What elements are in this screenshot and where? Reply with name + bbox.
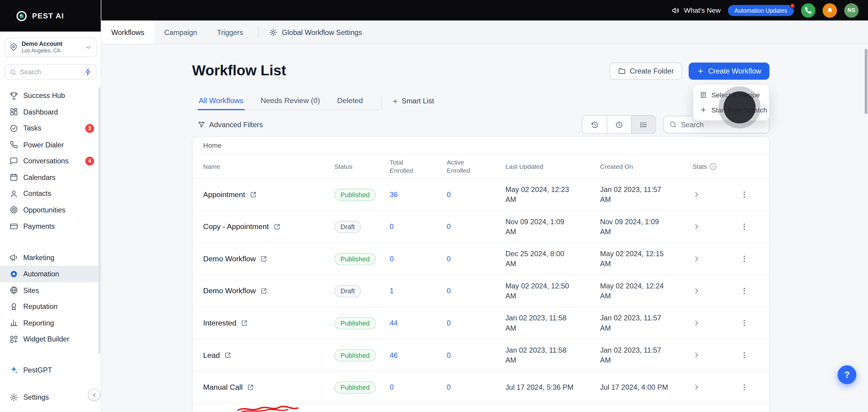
alerts-button[interactable] (823, 3, 837, 18)
workflow-name[interactable]: Interested (203, 319, 236, 327)
external-link-icon[interactable] (250, 191, 257, 198)
workflow-search-input[interactable] (681, 120, 764, 129)
workflow-name[interactable]: Demo Workflow (203, 255, 256, 263)
row-menu-button[interactable] (731, 351, 760, 359)
workflow-name-cell[interactable]: Demo Workflow (203, 287, 334, 295)
create-folder-button[interactable]: Create Folder (610, 63, 682, 80)
stats-link[interactable] (692, 287, 732, 295)
active-enrolled-value[interactable]: 0 (447, 351, 505, 359)
external-link-icon[interactable] (260, 287, 267, 294)
row-menu-button[interactable] (731, 190, 760, 199)
sidebar-item-pestgpt[interactable]: PestGPT (0, 362, 101, 378)
sidebar-item-reporting[interactable]: Reporting (0, 315, 101, 331)
active-enrolled-value[interactable]: 0 (447, 383, 505, 391)
advanced-filters-button[interactable]: Advanced Filters (198, 120, 263, 129)
total-enrolled-value[interactable]: 1 (390, 287, 447, 295)
stats-link[interactable] (692, 222, 732, 231)
total-enrolled-value[interactable]: 0 (390, 222, 447, 231)
stats-link[interactable] (692, 383, 732, 391)
workflow-name-cell[interactable]: Interested (203, 319, 334, 327)
stats-link[interactable] (692, 255, 732, 263)
table-row[interactable]: Demo Workflow Published 0 0 Dec 25 2024,… (193, 243, 769, 275)
table-row[interactable]: Appointment Published 36 0 May 02 2024, … (193, 179, 769, 211)
stats-link[interactable] (692, 351, 732, 359)
table-row[interactable]: Demo Workflow Draft 1 0 May 02 2024, 12:… (193, 275, 769, 308)
tab-workflows[interactable]: Workflows (101, 21, 154, 44)
sidebar-collapse-button[interactable] (88, 388, 100, 401)
total-enrolled-value[interactable]: 0 (390, 255, 447, 263)
sidebar-item-automation[interactable]: Automation (0, 266, 101, 282)
stats-link[interactable] (692, 190, 732, 199)
workflow-name-cell[interactable]: Appointment (203, 190, 334, 199)
sidebar-item-contacts[interactable]: Contacts (0, 185, 101, 202)
tab-all-workflows[interactable]: All Workflows (198, 96, 245, 110)
external-link-icon[interactable] (241, 319, 248, 327)
sidebar-item-conversations[interactable]: Conversations 4 (0, 153, 101, 169)
breadcrumb[interactable]: Home (193, 137, 769, 155)
list-view-button[interactable] (631, 116, 655, 133)
tab-campaign[interactable]: Campaign (154, 21, 207, 44)
table-row[interactable]: Copy - Appointment Draft 0 0 Nov 09 2024… (193, 211, 769, 243)
table-row[interactable]: Interested Published 44 0 Jan 02 2023, 1… (193, 307, 769, 339)
page-scrollbar[interactable] (865, 49, 867, 114)
external-link-icon[interactable] (260, 255, 267, 262)
automation-updates-button[interactable]: Automation Updates (728, 5, 794, 16)
sidebar-item-dashboard[interactable]: Dashboard (0, 104, 101, 120)
sidebar-item-sites[interactable]: Sites (0, 282, 101, 298)
active-enrolled-value[interactable]: 0 (447, 255, 505, 263)
workflow-name[interactable]: Demo Workflow (203, 287, 256, 295)
workflow-name-cell[interactable]: Lead (203, 351, 334, 359)
row-menu-button[interactable] (731, 319, 760, 327)
sidebar-item-widget-builder[interactable]: Widget Builder (0, 331, 101, 347)
workflow-name[interactable]: Manual Call (203, 383, 243, 391)
total-enrolled-value[interactable]: 0 (390, 383, 447, 391)
create-workflow-button[interactable]: Create Workflow (689, 63, 770, 80)
sidebar-item-calendars[interactable]: Calendars (0, 169, 101, 185)
sidebar-search-input[interactable] (20, 68, 81, 76)
sidebar-scrollbar[interactable] (98, 87, 100, 354)
stats-link[interactable] (692, 319, 732, 327)
external-link-icon[interactable] (224, 351, 231, 359)
account-switcher[interactable]: Demo Account Los Angeles, CA (4, 38, 97, 57)
tab-needs-review[interactable]: Needs Review (0) (259, 96, 321, 110)
sidebar-item-marketing[interactable]: Marketing (0, 249, 101, 265)
row-menu-button[interactable] (731, 255, 760, 263)
workflow-name-cell[interactable]: Manual Call (203, 383, 334, 391)
sidebar-item-opportunities[interactable]: Opportunities (0, 202, 101, 218)
workflow-name-cell[interactable]: Demo Workflow (203, 255, 334, 263)
smart-list-button[interactable]: Smart List (381, 97, 434, 110)
workflow-name-cell[interactable]: Copy - Appointment (203, 222, 334, 231)
sidebar-item-payments[interactable]: Payments (0, 218, 101, 234)
help-button[interactable]: ? (838, 365, 856, 384)
sidebar-item-settings[interactable]: Settings (0, 389, 101, 405)
workflow-name[interactable]: Appointment (203, 190, 245, 199)
active-enrolled-value[interactable]: 0 (447, 287, 505, 295)
history-view-button[interactable] (582, 116, 607, 133)
row-menu-button[interactable] (731, 222, 760, 231)
dialer-button[interactable] (801, 3, 815, 18)
table-row[interactable]: Manual Call Published 0 0 Jul 17 2024, 5… (193, 371, 769, 404)
active-enrolled-value[interactable]: 0 (447, 190, 505, 199)
workflow-name[interactable]: Lead (203, 351, 220, 359)
external-link-icon[interactable] (247, 384, 254, 391)
whats-new-button[interactable]: What's New (671, 6, 721, 14)
clock-view-button[interactable] (607, 116, 631, 133)
total-enrolled-value[interactable]: 36 (390, 190, 447, 199)
row-menu-button[interactable] (731, 287, 760, 295)
sidebar-item-power-dialer[interactable]: Power Dialer (0, 136, 101, 153)
user-avatar[interactable]: NS (844, 3, 859, 18)
tab-triggers[interactable]: Triggers (207, 21, 253, 44)
active-enrolled-value[interactable]: 0 (447, 222, 505, 231)
row-menu-button[interactable] (731, 383, 760, 391)
workflow-name[interactable]: Copy - Appointment (203, 222, 269, 231)
global-workflow-settings-button[interactable]: Global Workflow Settings (264, 21, 368, 44)
tab-deleted[interactable]: Deleted (336, 96, 364, 110)
table-row[interactable]: Lead Published 46 0 Jan 02 2023, 11:58 A… (193, 339, 769, 372)
total-enrolled-value[interactable]: 44 (390, 319, 447, 327)
sidebar-item-success-hub[interactable]: Success Hub (0, 87, 101, 104)
active-enrolled-value[interactable]: 0 (447, 319, 505, 327)
quick-actions-bolt-icon[interactable] (84, 68, 92, 76)
sidebar-item-tasks[interactable]: Tasks 3 (0, 120, 101, 136)
total-enrolled-value[interactable]: 46 (390, 351, 447, 359)
sidebar-item-reputation[interactable]: Reputation (0, 298, 101, 315)
